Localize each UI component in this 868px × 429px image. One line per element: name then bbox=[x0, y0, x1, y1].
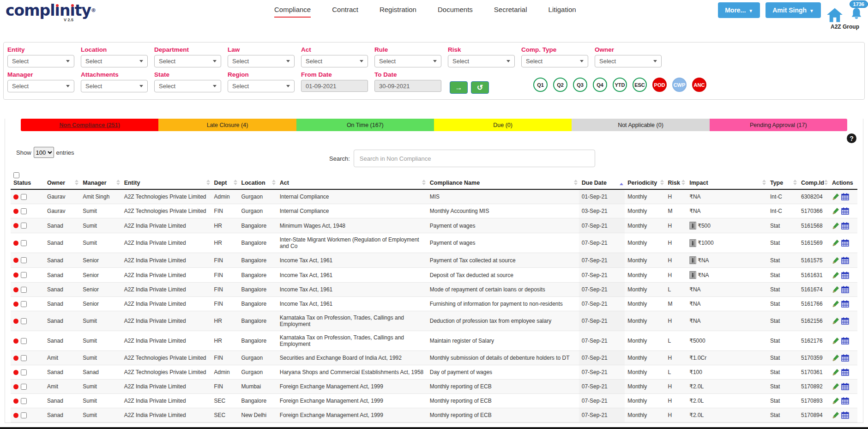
tab-not-applicable-0[interactable]: Not Applicable (0) bbox=[572, 119, 709, 131]
risk-select[interactable]: Select bbox=[448, 55, 515, 67]
column-header-location[interactable]: Location bbox=[239, 171, 277, 189]
row-checkbox[interactable] bbox=[21, 384, 27, 390]
location-select[interactable]: Select bbox=[81, 55, 148, 67]
select-all-checkbox[interactable] bbox=[13, 172, 19, 178]
calendar-icon[interactable] bbox=[841, 300, 849, 308]
column-header-impact[interactable]: Impact bbox=[687, 171, 767, 189]
calendar-icon[interactable] bbox=[841, 193, 849, 200]
calendar-icon[interactable] bbox=[841, 369, 849, 376]
tab-non-compliance-251[interactable]: Non Compliance (251) bbox=[21, 119, 158, 131]
reset-filters-button[interactable]: ↺ bbox=[471, 81, 489, 94]
calendar-icon[interactable] bbox=[841, 383, 849, 390]
edit-pencil-icon[interactable] bbox=[832, 257, 839, 264]
calendar-icon[interactable] bbox=[841, 337, 849, 344]
calendar-icon[interactable] bbox=[841, 317, 849, 325]
nav-item-compliance[interactable]: Compliance bbox=[274, 6, 311, 18]
edit-pencil-icon[interactable] bbox=[832, 354, 839, 362]
edit-pencil-icon[interactable] bbox=[832, 207, 839, 215]
column-header-type[interactable]: Type bbox=[767, 171, 798, 189]
column-header-periodicity[interactable]: Periodicity bbox=[625, 171, 665, 189]
row-checkbox[interactable] bbox=[21, 272, 27, 278]
user-menu-button[interactable]: Amit Singh▼ bbox=[766, 2, 821, 18]
row-checkbox[interactable] bbox=[21, 398, 27, 404]
tab-late-closure-4[interactable]: Late Closure (4) bbox=[158, 119, 296, 131]
department-select[interactable]: Select bbox=[154, 55, 221, 67]
row-checkbox[interactable] bbox=[21, 223, 27, 229]
column-header-owner[interactable]: Owner bbox=[44, 171, 80, 189]
edit-pencil-icon[interactable] bbox=[832, 286, 839, 293]
column-header-risk[interactable]: Risk bbox=[665, 171, 687, 189]
tab-on-time-167[interactable]: On Time (167) bbox=[296, 119, 434, 131]
row-checkbox[interactable] bbox=[21, 338, 27, 344]
edit-pencil-icon[interactable] bbox=[832, 397, 839, 405]
tab-pending-approval-17[interactable]: Pending Approval (17) bbox=[710, 119, 847, 131]
edit-pencil-icon[interactable] bbox=[832, 272, 839, 279]
owner-select[interactable]: Select bbox=[595, 55, 662, 67]
quick-filter-q1[interactable]: Q1 bbox=[533, 78, 548, 92]
quick-filter-pod[interactable]: POD bbox=[652, 78, 667, 92]
calendar-icon[interactable] bbox=[841, 239, 849, 247]
nav-item-documents[interactable]: Documents bbox=[438, 6, 473, 18]
nav-item-contract[interactable]: Contract bbox=[332, 6, 358, 18]
from-date-input[interactable]: 01-09-2021 bbox=[301, 80, 368, 92]
calendar-icon[interactable] bbox=[841, 397, 849, 405]
edit-pencil-icon[interactable] bbox=[832, 239, 839, 247]
row-checkbox[interactable] bbox=[21, 240, 27, 246]
nav-item-litigation[interactable]: Litigation bbox=[549, 6, 576, 18]
edit-pencil-icon[interactable] bbox=[832, 222, 839, 230]
column-header-comp-id[interactable]: Comp.Id bbox=[798, 171, 829, 189]
to-date-input[interactable]: 30-09-2021 bbox=[374, 80, 441, 92]
edit-pencil-icon[interactable] bbox=[832, 300, 839, 308]
row-checkbox[interactable] bbox=[21, 194, 27, 200]
edit-pencil-icon[interactable] bbox=[832, 193, 839, 200]
comp-type-select[interactable]: Select bbox=[521, 55, 588, 67]
row-checkbox[interactable] bbox=[21, 301, 27, 307]
column-header-due-date[interactable]: Due Date bbox=[579, 171, 625, 189]
row-checkbox[interactable] bbox=[21, 412, 27, 418]
entries-per-page-select[interactable]: 100 bbox=[34, 147, 54, 158]
column-header-act[interactable]: Act bbox=[277, 171, 427, 189]
column-header-compliance-name[interactable]: Compliance Name bbox=[427, 171, 579, 189]
quick-filter-q3[interactable]: Q3 bbox=[573, 78, 587, 92]
calendar-icon[interactable] bbox=[841, 354, 849, 362]
tab-due-0[interactable]: Due (0) bbox=[434, 119, 572, 131]
edit-pencil-icon[interactable] bbox=[832, 383, 839, 390]
nav-item-registration[interactable]: Registration bbox=[380, 6, 416, 18]
notifications-bell[interactable]: 1736 bbox=[850, 2, 863, 23]
row-checkbox[interactable] bbox=[21, 257, 27, 263]
calendar-icon[interactable] bbox=[841, 411, 849, 419]
row-checkbox[interactable] bbox=[21, 287, 27, 293]
state-select[interactable]: Select bbox=[154, 80, 221, 92]
row-checkbox[interactable] bbox=[21, 208, 27, 214]
home-icon[interactable] bbox=[826, 7, 843, 23]
quick-filter-q4[interactable]: Q4 bbox=[593, 78, 607, 92]
region-select[interactable]: Select bbox=[228, 80, 295, 92]
attachments-select[interactable]: Select bbox=[81, 80, 148, 92]
calendar-icon[interactable] bbox=[841, 286, 849, 293]
column-header-entity[interactable]: Entity bbox=[121, 171, 211, 189]
row-checkbox[interactable] bbox=[21, 369, 27, 375]
quick-filter-esc[interactable]: ESC bbox=[633, 78, 647, 92]
calendar-icon[interactable] bbox=[841, 272, 849, 279]
search-input[interactable] bbox=[354, 150, 595, 167]
act-select[interactable]: Select bbox=[301, 55, 368, 67]
calendar-icon[interactable] bbox=[841, 257, 849, 264]
help-icon[interactable]: ? bbox=[847, 133, 856, 143]
edit-pencil-icon[interactable] bbox=[832, 337, 839, 344]
quick-filter-cwp[interactable]: CWP bbox=[672, 78, 687, 92]
rule-select[interactable]: Select bbox=[374, 55, 441, 67]
manager-select[interactable]: Select bbox=[7, 80, 74, 92]
calendar-icon[interactable] bbox=[841, 222, 849, 230]
quick-filter-q2[interactable]: Q2 bbox=[553, 78, 567, 92]
calendar-icon[interactable] bbox=[841, 207, 849, 215]
quick-filter-ytd[interactable]: YTD bbox=[613, 78, 627, 92]
row-checkbox[interactable] bbox=[21, 355, 27, 361]
column-header-dept[interactable]: Dept bbox=[211, 171, 239, 189]
law-select[interactable]: Select bbox=[228, 55, 295, 67]
row-checkbox[interactable] bbox=[21, 318, 27, 324]
entity-select[interactable]: Select bbox=[7, 55, 74, 67]
edit-pencil-icon[interactable] bbox=[832, 317, 839, 325]
apply-filters-button[interactable]: → bbox=[450, 81, 468, 94]
edit-pencil-icon[interactable] bbox=[832, 411, 839, 419]
more-button[interactable]: More...▼ bbox=[718, 2, 760, 18]
